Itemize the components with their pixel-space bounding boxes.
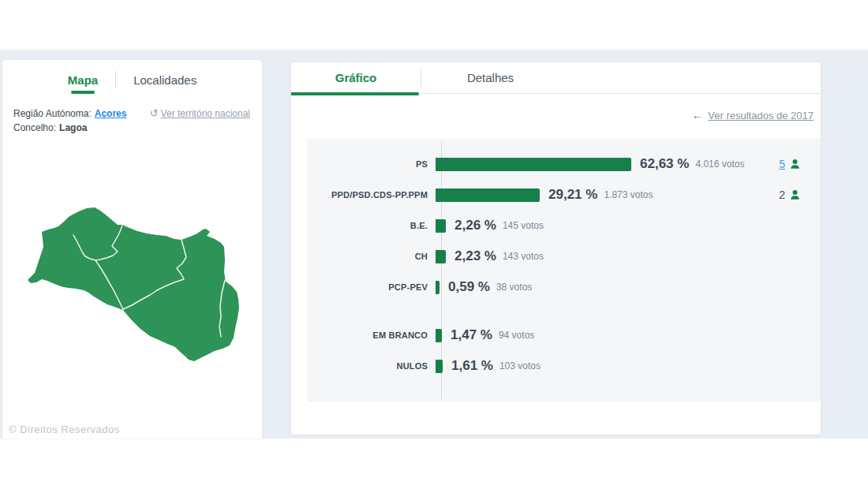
active-tab-indicator (71, 91, 95, 94)
chart-row-pcp-pev: PCP-PEV 0,59 % 38 votos (307, 278, 821, 296)
mandates-group: 2 (779, 189, 821, 201)
party-label: CH (307, 252, 435, 261)
party-label: EM BRANCO (307, 330, 435, 340)
municipality-shape (28, 207, 239, 361)
percentage-value: 2,26 % (455, 218, 496, 233)
national-territory-link[interactable]: ↺ Ver território nacional (150, 106, 250, 121)
votes-value: 94 votos (499, 330, 534, 341)
result-bar (436, 329, 442, 342)
percentage-value: 1,61 % (451, 358, 493, 374)
percentage-value: 62,63 % (640, 156, 689, 172)
refresh-icon: ↺ (150, 106, 159, 121)
chart-row-be: B.E. 2,26 % 145 votos (307, 217, 821, 234)
result-bar (436, 281, 440, 294)
votes-value: 103 votos (499, 360, 541, 371)
chart-row-ch: CH 2,23 % 143 votos (307, 248, 821, 265)
chart-row-ppd: PPD/PSD.CDS-PP.PPM 29,21 % 1.873 votos 2 (307, 186, 821, 203)
party-label: PS (307, 159, 435, 169)
percentage-value: 29,21 % (548, 187, 597, 203)
results-panel: Gráfico Detalhes ← Ver resultados de 201… (290, 62, 821, 435)
mandates-count: 2 (779, 189, 785, 201)
copyright-note: © Direitos Reservados (9, 424, 120, 435)
tab-mapa-label: Mapa (68, 73, 98, 87)
left-arrow-icon: ← (692, 109, 703, 121)
result-bar (436, 360, 443, 373)
chart-row-nulos: NULOS 1,61 % 103 votos (307, 357, 821, 375)
party-label: PPD/PSD.CDS-PP.PPM (307, 190, 435, 200)
result-bar (436, 189, 540, 202)
percentage-value: 2,23 % (455, 248, 496, 264)
party-label: NULOS (307, 361, 435, 371)
votes-value: 38 votos (496, 282, 532, 293)
percentage-value: 0,59 % (448, 279, 490, 295)
votes-value: 143 votos (503, 251, 544, 262)
chart-row-em-branco: EM BRANCO 1,47 % 94 votos (307, 327, 821, 344)
percentage-value: 1,47 % (451, 327, 492, 343)
tab-localidades[interactable]: Localidades (116, 73, 214, 87)
results-panel-tabs: Gráfico Detalhes (291, 62, 821, 94)
tab-detalhes[interactable]: Detalhes (421, 62, 559, 94)
region-label: Região Autónoma: (13, 106, 92, 121)
tab-localidades-label: Localidades (133, 73, 196, 87)
result-bar (436, 250, 446, 263)
map-panel-tabs: Mapa Localidades (2, 60, 262, 99)
concelho-label: Concelho: (13, 121, 56, 135)
party-label: PCP-PEV (307, 282, 435, 292)
region-link[interactable]: Açores (95, 106, 127, 121)
map-panel: Mapa Localidades Região Autónoma: Açores… (2, 59, 263, 439)
votes-value: 4.016 votos (695, 159, 744, 170)
tab-mapa[interactable]: Mapa (51, 73, 115, 87)
tab-grafico[interactable]: Gráfico (291, 62, 421, 94)
mandates-group: 5 (779, 158, 821, 170)
municipality-map[interactable] (2, 190, 263, 379)
chart-row-ps: PS 62,63 % 4.016 votos 5 (307, 155, 821, 173)
previous-results-link[interactable]: ← Ver resultados de 2017 (692, 109, 814, 121)
person-icon (789, 189, 801, 201)
mandates-link[interactable]: 5 (779, 158, 785, 170)
results-chart: PS 62,63 % 4.016 votos 5 PPD/PSD.CDS-PP.… (307, 139, 821, 401)
result-bar (436, 219, 446, 233)
page: Mapa Localidades Região Autónoma: Açores… (0, 0, 868, 489)
concelho-value: Lagoa (59, 121, 87, 135)
location-info: Região Autónoma: Açores ↺ Ver território… (2, 99, 262, 135)
national-territory-label: Ver território nacional (161, 106, 250, 121)
result-bar (436, 158, 631, 171)
previous-results-label: Ver resultados de 2017 (708, 110, 814, 121)
votes-value: 145 votos (503, 220, 544, 231)
back-link-row: ← Ver resultados de 2017 (291, 94, 821, 136)
person-icon (789, 159, 801, 170)
votes-value: 1.873 votos (604, 189, 653, 200)
party-label: B.E. (307, 221, 435, 230)
